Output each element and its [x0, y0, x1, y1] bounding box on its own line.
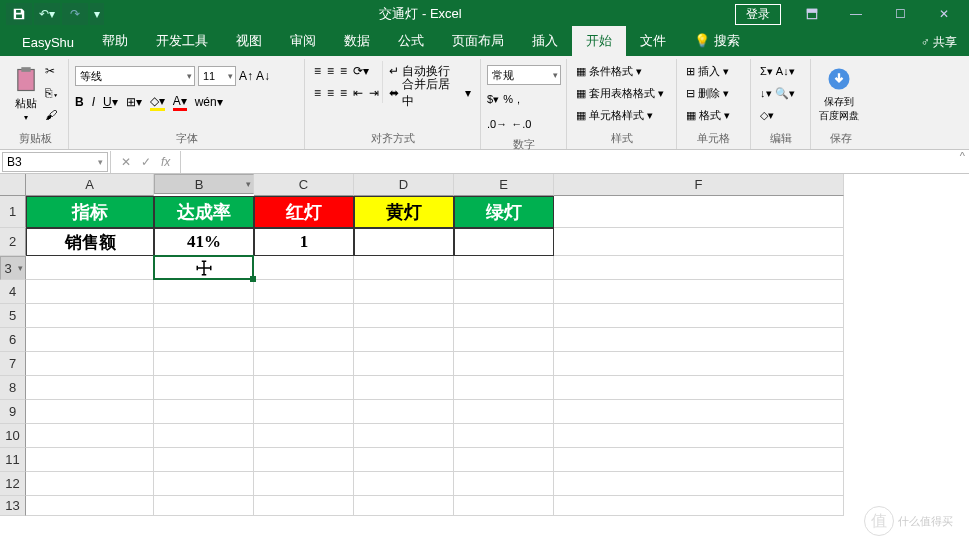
cell-B7[interactable] [154, 352, 254, 376]
search-tell-me[interactable]: 💡 搜索 [680, 26, 754, 56]
underline-button[interactable]: U▾ [103, 95, 118, 109]
increase-decimal-icon[interactable]: .0→ [487, 118, 507, 130]
cell-B5[interactable] [154, 304, 254, 328]
insert-cells-button[interactable]: ⊞ 插入 ▾ [686, 61, 730, 81]
row-header-6[interactable]: 6 [0, 328, 26, 352]
copy-icon[interactable]: ⎘▾ [45, 83, 59, 103]
enter-formula-icon[interactable]: ✓ [141, 155, 151, 169]
col-header-B[interactable]: B [154, 174, 254, 194]
login-button[interactable]: 登录 [735, 4, 781, 25]
tab-文件[interactable]: 文件 [626, 26, 680, 56]
cell-B13[interactable] [154, 496, 254, 516]
cell-A11[interactable] [26, 448, 154, 472]
cell-C5[interactable] [254, 304, 354, 328]
clear-icon[interactable]: ◇▾ [760, 109, 774, 122]
row-header-9[interactable]: 9 [0, 400, 26, 424]
cell-C6[interactable] [254, 328, 354, 352]
row-header-12[interactable]: 12 [0, 472, 26, 496]
cell-E1[interactable]: 绿灯 [454, 196, 554, 228]
cell-D7[interactable] [354, 352, 454, 376]
cell-F5[interactable] [554, 304, 844, 328]
cell-E5[interactable] [454, 304, 554, 328]
align-top-icon[interactable]: ≡ [314, 64, 321, 78]
cell-F6[interactable] [554, 328, 844, 352]
bold-button[interactable]: B [75, 95, 84, 109]
format-painter-icon[interactable]: 🖌 [45, 105, 59, 125]
cell-A13[interactable] [26, 496, 154, 516]
cell-D11[interactable] [354, 448, 454, 472]
find-icon[interactable]: 🔍▾ [775, 87, 795, 100]
cell-C8[interactable] [254, 376, 354, 400]
tab-公式[interactable]: 公式 [384, 26, 438, 56]
formula-bar[interactable] [181, 152, 969, 172]
redo-icon[interactable]: ↷ [62, 3, 88, 25]
decrease-decimal-icon[interactable]: ←.0 [511, 118, 531, 130]
cell-C2[interactable]: 1 [254, 228, 354, 256]
collapse-ribbon-icon[interactable]: ^ [960, 150, 965, 162]
cell-D8[interactable] [354, 376, 454, 400]
cell-A12[interactable] [26, 472, 154, 496]
col-header-D[interactable]: D [354, 174, 454, 196]
cell-B12[interactable] [154, 472, 254, 496]
cell-E7[interactable] [454, 352, 554, 376]
cell-B4[interactable] [154, 280, 254, 304]
cell-E6[interactable] [454, 328, 554, 352]
share-button[interactable]: ♂ 共享 [921, 34, 957, 51]
align-bottom-icon[interactable]: ≡ [340, 64, 347, 78]
cell-A6[interactable] [26, 328, 154, 352]
select-all-corner[interactable] [0, 174, 26, 196]
cell-C1[interactable]: 红灯 [254, 196, 354, 228]
cell-D9[interactable] [354, 400, 454, 424]
cell-D6[interactable] [354, 328, 454, 352]
cell-E10[interactable] [454, 424, 554, 448]
name-box[interactable]: B3 [2, 152, 108, 172]
tab-审阅[interactable]: 审阅 [276, 26, 330, 56]
save-icon[interactable] [6, 3, 32, 25]
fill-handle[interactable] [250, 276, 256, 282]
tab-帮助[interactable]: 帮助 [88, 26, 142, 56]
cell-D10[interactable] [354, 424, 454, 448]
cell-C7[interactable] [254, 352, 354, 376]
fill-color-button[interactable]: ◇▾ [150, 94, 165, 111]
row-header-8[interactable]: 8 [0, 376, 26, 400]
close-icon[interactable]: ✕ [923, 3, 965, 25]
maximize-icon[interactable]: ☐ [879, 3, 921, 25]
save-cloud-button[interactable]: 保存到 百度网盘 [817, 61, 861, 127]
phonetic-button[interactable]: wén▾ [195, 95, 223, 109]
cell-F3[interactable] [554, 256, 844, 280]
cell-F13[interactable] [554, 496, 844, 516]
cell-A7[interactable] [26, 352, 154, 376]
cell-F1[interactable] [554, 196, 844, 228]
cell-C4[interactable] [254, 280, 354, 304]
orientation-icon[interactable]: ⟳▾ [353, 64, 369, 78]
cell-B8[interactable] [154, 376, 254, 400]
col-header-A[interactable]: A [26, 174, 154, 196]
cell-B10[interactable] [154, 424, 254, 448]
cell-E12[interactable] [454, 472, 554, 496]
col-header-F[interactable]: F [554, 174, 844, 196]
row-header-13[interactable]: 13 [0, 496, 26, 516]
qat-more-icon[interactable]: ▾ [90, 3, 104, 25]
cell-D12[interactable] [354, 472, 454, 496]
cell-D2[interactable] [354, 228, 454, 256]
cell-E8[interactable] [454, 376, 554, 400]
cell-C12[interactable] [254, 472, 354, 496]
undo-icon[interactable]: ↶▾ [34, 3, 60, 25]
cell-F10[interactable] [554, 424, 844, 448]
cell-C9[interactable] [254, 400, 354, 424]
cell-C13[interactable] [254, 496, 354, 516]
align-center-icon[interactable]: ≡ [327, 86, 334, 100]
cell-E3[interactable] [454, 256, 554, 280]
indent-left-icon[interactable]: ⇤ [353, 86, 363, 100]
cell-B9[interactable] [154, 400, 254, 424]
cell-D13[interactable] [354, 496, 454, 516]
cell-A8[interactable] [26, 376, 154, 400]
increase-font-icon[interactable]: A↑ [239, 69, 253, 83]
cell-B1[interactable]: 达成率 [154, 196, 254, 228]
row-header-11[interactable]: 11 [0, 448, 26, 472]
row-header-2[interactable]: 2 [0, 228, 26, 256]
cell-D1[interactable]: 黄灯 [354, 196, 454, 228]
border-button[interactable]: ⊞▾ [126, 95, 142, 109]
col-header-E[interactable]: E [454, 174, 554, 196]
cell-A5[interactable] [26, 304, 154, 328]
